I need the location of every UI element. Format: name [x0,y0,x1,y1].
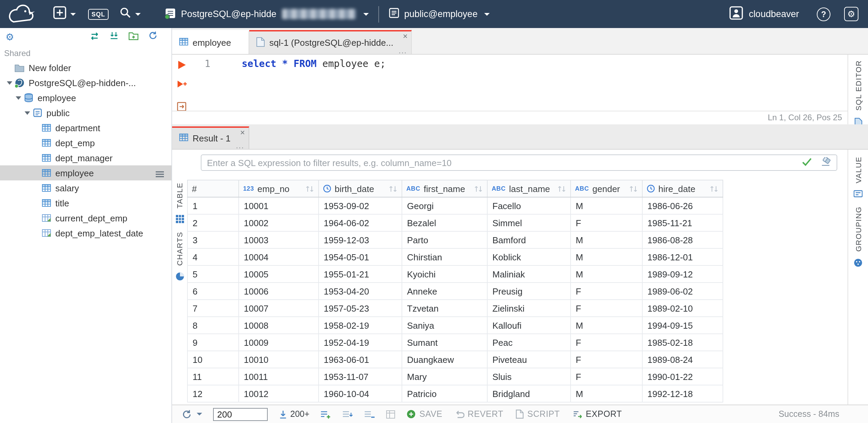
user-menu[interactable]: cloudbeaver [730,6,799,22]
add-row-button[interactable] [320,410,331,419]
data-cell[interactable]: Peac [487,334,571,351]
data-cell[interactable]: Bridgland [487,385,571,402]
filter-input[interactable] [207,158,794,168]
data-cell[interactable]: 1953-09-02 [319,197,402,214]
data-cell[interactable]: Bezalel [402,214,487,231]
tree-item-employee[interactable]: employee [0,90,171,105]
column-header-gender[interactable]: ABCgender [571,180,642,197]
data-cell[interactable]: 1952-04-19 [319,334,402,351]
help-button[interactable]: ? [817,7,830,21]
data-cell[interactable]: 1960-10-04 [319,385,402,402]
save-button[interactable]: SAVE [406,409,442,419]
data-cell[interactable]: 10007 [239,300,319,317]
data-cell[interactable]: 10010 [239,351,319,368]
data-cell[interactable]: 10005 [239,265,319,283]
data-cell[interactable]: 10004 [239,248,319,265]
tree-item-salary[interactable]: salary [0,180,171,195]
grouping-panel-icon[interactable] [854,257,863,270]
charts-view-tab[interactable]: CHARTS [176,232,184,266]
column-header-first_name[interactable]: ABCfirst_name [402,180,487,197]
tab-result-1[interactable]: Result - 1 × ... [172,126,249,149]
tree-item-dept-manager[interactable]: dept_manager [0,150,171,165]
tab-menu-icon[interactable]: ... [399,47,407,55]
data-cell[interactable]: 1953-04-20 [319,283,402,300]
data-cell[interactable]: 1989-02-10 [642,300,723,317]
apply-filter-icon[interactable] [802,156,812,169]
data-cell[interactable]: Sumant [402,334,487,351]
data-cell[interactable]: Simmel [487,214,571,231]
delete-row-button[interactable] [364,410,375,419]
data-cell[interactable]: 1953-11-07 [319,368,402,385]
tree-item-employee[interactable]: employee [0,165,171,180]
data-cell[interactable]: 1958-02-19 [319,317,402,334]
tab-employee[interactable]: employee [172,30,250,54]
sort-icon[interactable] [557,185,566,192]
column-header-last_name[interactable]: ABClast_name [487,180,571,197]
tree-item-dept-emp[interactable]: dept_emp [0,135,171,150]
data-cell[interactable]: Facello [487,197,571,214]
data-cell[interactable]: F [571,214,642,231]
row-number-cell[interactable]: 6 [187,283,239,300]
close-icon[interactable]: × [403,32,408,40]
row-number-cell[interactable]: 7 [187,300,239,317]
tree-item-dept-emp-latest-date[interactable]: dept_emp_latest_date [0,226,171,241]
data-cell[interactable]: F [571,300,642,317]
tree-item-new-folder[interactable]: New folder [0,60,171,75]
data-cell[interactable]: 1990-01-22 [642,368,723,385]
new-connection-button[interactable] [53,6,76,22]
search-button[interactable] [120,7,141,21]
grid-options-button[interactable] [386,410,395,419]
sort-icon[interactable] [474,185,483,192]
data-cell[interactable]: F [571,334,642,351]
data-cell[interactable]: M [571,317,642,334]
row-number-cell[interactable]: 3 [187,231,239,248]
column-header-hire_date[interactable]: hire_date [642,180,723,197]
sync-connections-icon[interactable] [89,31,100,43]
data-cell[interactable]: M [571,265,642,283]
sort-icon[interactable] [305,185,314,192]
data-cell[interactable]: 10006 [239,283,319,300]
chevron-down-icon[interactable] [5,81,14,84]
tree-item-public[interactable]: public [0,105,171,120]
refresh-icon[interactable] [148,31,158,43]
data-cell[interactable]: Maliniak [487,265,571,283]
data-cell[interactable]: 1954-05-01 [319,248,402,265]
data-cell[interactable]: Sluis [487,368,571,385]
row-menu-icon[interactable] [155,169,165,180]
data-cell[interactable]: 1963-06-01 [319,351,402,368]
value-panel-tab[interactable]: VALUE [854,156,862,183]
export-button[interactable]: EXPORT [572,409,622,419]
column-header-rownum[interactable]: # [187,180,239,197]
data-cell[interactable]: 1986-12-01 [642,248,723,265]
tree-item-title[interactable]: title [0,195,171,210]
data-cell[interactable]: 1994-09-15 [642,317,723,334]
data-cell[interactable]: 1985-11-21 [642,214,723,231]
data-cell[interactable]: Chirstian [402,248,487,265]
grouping-panel-tab[interactable]: GROUPING [854,207,862,252]
data-cell[interactable]: 1989-08-24 [642,351,723,368]
data-cell[interactable]: 10009 [239,334,319,351]
sort-icon[interactable] [710,185,718,192]
tree-item-postgresql-ep-hidden-[interactable]: PostgreSQL@ep-hidden-... [0,75,171,90]
sql-code-line[interactable]: select * FROM employee e; [220,55,386,111]
data-cell[interactable]: Saniya [402,317,487,334]
data-cell[interactable]: Kalloufi [487,317,571,334]
new-folder-icon[interactable] [128,31,139,43]
chevron-down-icon[interactable] [14,96,23,99]
row-number-cell[interactable]: 5 [187,265,239,283]
data-cell[interactable]: 10002 [239,214,319,231]
data-cell[interactable]: 1957-05-23 [319,300,402,317]
data-cell[interactable]: 1955-01-21 [319,265,402,283]
data-cell[interactable]: Tzvetan [402,300,487,317]
tab-sql-1[interactable]: sql-1 (PostgreSQL@ep-hidde... × ... [250,30,412,54]
tree-item-department[interactable]: department [0,120,171,135]
data-cell[interactable]: 1986-06-26 [642,197,723,214]
data-cell[interactable]: Mary [402,368,487,385]
collapse-all-icon[interactable] [109,31,119,43]
data-cell[interactable]: Anneke [402,283,487,300]
data-cell[interactable]: Piveteau [487,351,571,368]
data-cell[interactable]: Duangkaew [402,351,487,368]
data-cell[interactable]: 10003 [239,231,319,248]
data-cell[interactable]: 1992-12-18 [642,385,723,402]
data-cell[interactable]: F [571,368,642,385]
